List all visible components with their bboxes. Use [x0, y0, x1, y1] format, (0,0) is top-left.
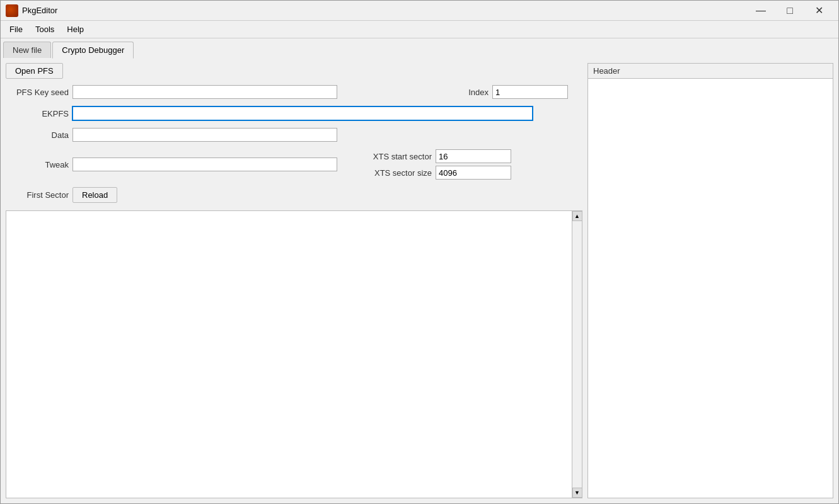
- first-sector-area[interactable]: ▲ ▼: [6, 210, 582, 498]
- menu-bar: File Tools Help: [1, 21, 838, 38]
- reload-button[interactable]: Reload: [72, 187, 117, 203]
- header-panel-title: Header: [588, 64, 833, 79]
- xts-sector-size-label: XTS sector size: [356, 168, 432, 178]
- xts-start-sector-input[interactable]: [436, 149, 511, 163]
- pfs-key-seed-input[interactable]: [72, 85, 337, 99]
- reload-row: First Sector Reload: [6, 187, 582, 203]
- window-controls: — □ ✕: [746, 1, 833, 21]
- menu-file[interactable]: File: [3, 23, 29, 36]
- pfs-key-seed-row: PFS Key seed Index: [6, 85, 582, 99]
- main-window: PkgEditor — □ ✕ File Tools Help New file…: [0, 0, 839, 504]
- first-sector-textarea[interactable]: [6, 211, 572, 498]
- xts-sector-size-input[interactable]: [436, 166, 511, 180]
- scrollbar-down-button[interactable]: ▼: [572, 488, 582, 498]
- xts-sector-size-row: XTS sector size: [356, 166, 511, 180]
- ekpfs-label: EKPFS: [6, 109, 69, 118]
- window-title: PkgEditor: [22, 6, 746, 15]
- index-input[interactable]: [492, 85, 568, 99]
- tab-bar: New file Crypto Debugger: [1, 38, 838, 58]
- first-sector-label: First Sector: [6, 190, 69, 200]
- right-panel: Header: [587, 63, 833, 498]
- minimize-button[interactable]: —: [746, 1, 775, 21]
- header-panel-body: [588, 79, 833, 498]
- tab-new-file[interactable]: New file: [3, 42, 51, 58]
- app-icon: [6, 4, 18, 17]
- scrollbar-up-button[interactable]: ▲: [572, 211, 582, 221]
- menu-help[interactable]: Help: [61, 23, 90, 36]
- data-row: Data: [6, 128, 582, 142]
- xts-start-sector-row: XTS start sector: [356, 149, 511, 163]
- ekpfs-row: EKPFS: [6, 106, 582, 120]
- maximize-button[interactable]: □: [775, 1, 804, 21]
- open-pfs-button[interactable]: Open PFS: [6, 63, 63, 79]
- data-input[interactable]: [72, 128, 337, 142]
- left-panel: Open PFS PFS Key seed Index EKPFS Data: [6, 63, 582, 498]
- first-sector-scrollbar: ▲ ▼: [572, 211, 582, 498]
- menu-tools[interactable]: Tools: [29, 23, 61, 36]
- tab-crypto-debugger[interactable]: Crypto Debugger: [52, 42, 134, 59]
- close-button[interactable]: ✕: [804, 1, 833, 21]
- tweak-row: Tweak XTS start sector XTS sector size: [6, 149, 582, 180]
- tweak-label: Tweak: [6, 160, 69, 169]
- main-content: Open PFS PFS Key seed Index EKPFS Data: [1, 58, 838, 503]
- index-label: Index: [413, 88, 489, 97]
- xts-start-sector-label: XTS start sector: [356, 152, 432, 161]
- title-bar: PkgEditor — □ ✕: [1, 1, 838, 21]
- pfs-key-seed-label: PFS Key seed: [6, 88, 69, 97]
- tweak-input[interactable]: [72, 158, 337, 171]
- data-label: Data: [6, 130, 69, 140]
- ekpfs-input[interactable]: [72, 106, 533, 120]
- toolbar: Open PFS: [6, 63, 582, 79]
